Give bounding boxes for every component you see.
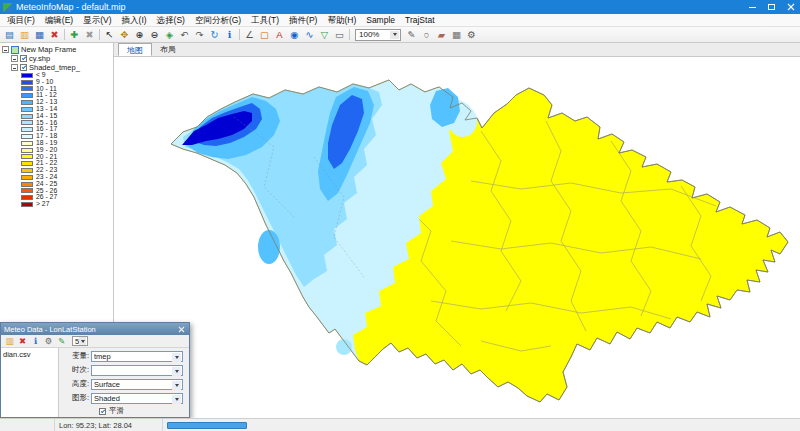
legend-swatch [21, 161, 33, 166]
edit-pencil-icon[interactable]: ✎ [404, 28, 419, 41]
dialog-form: 变量: tmep 时次: 高度: Surface [59, 348, 189, 417]
legend-swatch [21, 134, 33, 139]
menu-edit[interactable]: 编辑(E) [40, 14, 78, 26]
map-canvas[interactable] [114, 57, 800, 418]
legend-swatch [21, 127, 33, 132]
legend-entry[interactable]: < 9 [0, 72, 113, 79]
draw-map-icon[interactable]: ✎ [55, 336, 68, 347]
expander-icon[interactable] [11, 55, 18, 62]
zoom-in-icon[interactable]: ⊕ [132, 28, 147, 41]
close-icon [178, 326, 185, 333]
info-icon[interactable]: ℹ [29, 336, 42, 347]
settings-icon[interactable]: ⚙ [42, 336, 55, 347]
minimize-button[interactable] [743, 0, 762, 14]
level-combo[interactable]: Surface [91, 379, 183, 390]
measure-icon[interactable]: ∠ [242, 28, 257, 41]
tab-map[interactable]: 地图 [118, 43, 152, 56]
legend-swatch [21, 107, 33, 112]
graphic-type-combo[interactable]: Shaded [91, 393, 183, 404]
close-project-icon[interactable]: ✖ [47, 28, 62, 41]
layer-checkbox[interactable] [20, 64, 27, 71]
menu-insert[interactable]: 插入(I) [117, 14, 152, 26]
map-frame-node[interactable]: New Map Frame [0, 45, 113, 54]
new-project-icon[interactable]: ▤ [2, 28, 17, 41]
save-project-icon[interactable]: ▦ [32, 28, 47, 41]
zoom-out-icon[interactable]: ⊖ [147, 28, 162, 41]
expander-icon[interactable] [11, 64, 18, 71]
dialog-close-button[interactable] [175, 324, 188, 334]
layer-node-cyshp[interactable]: cy.shp [0, 54, 113, 63]
menu-tools[interactable]: 工具(T) [246, 14, 284, 26]
app-window: MeteoInfoMap - default.mip 项目(F) 编辑(E) 显… [0, 0, 800, 431]
map-frame-icon [11, 46, 19, 54]
chevron-down-icon[interactable] [172, 381, 181, 390]
add-layer-icon[interactable]: ✚ [67, 28, 82, 41]
pan-icon[interactable]: ✥ [117, 28, 132, 41]
menu-spatial-analysis[interactable]: 空间分析(G) [190, 14, 246, 26]
menu-selection[interactable]: 选择(S) [152, 14, 190, 26]
legend-swatch [21, 80, 33, 85]
open-file-icon[interactable]: ▥ [3, 336, 16, 347]
select-arrow-icon[interactable]: ↖ [102, 28, 117, 41]
dialog-titlebar[interactable]: Meteo Data - LonLatStation [1, 323, 189, 335]
toolbar-separator [349, 29, 350, 40]
identify-icon[interactable]: ℹ [222, 28, 237, 41]
window-controls [743, 0, 800, 14]
eraser-icon[interactable]: ▰ [434, 28, 449, 41]
layer-checkbox[interactable] [20, 55, 27, 62]
menu-plugins[interactable]: 插件(P) [284, 14, 322, 26]
chevron-down-icon[interactable] [390, 31, 399, 39]
select-feature-icon[interactable]: ▢ [257, 28, 272, 41]
map-frame-label: New Map Frame [21, 45, 76, 54]
expander-icon[interactable] [2, 46, 9, 53]
draw-circle-icon[interactable]: ○ [419, 28, 434, 41]
chevron-down-icon[interactable] [172, 395, 181, 404]
remove-data-icon[interactable]: ✖ [16, 336, 29, 347]
legend-entry[interactable]: > 27 [0, 201, 113, 208]
layer-node-shaded[interactable]: Shaded_tmep_ [0, 63, 113, 72]
variable-combo[interactable]: tmep [91, 351, 183, 362]
chevron-down-icon[interactable] [172, 367, 181, 376]
draw-polygon-icon[interactable]: ▽ [317, 28, 332, 41]
zoom-previous-icon[interactable]: ↶ [177, 28, 192, 41]
menu-help[interactable]: 帮助(H) [322, 14, 361, 26]
maximize-button[interactable] [762, 0, 781, 14]
refresh-icon[interactable]: ↻ [207, 28, 222, 41]
remove-layer-icon[interactable]: ✖ [82, 28, 97, 41]
chevron-down-icon[interactable] [172, 353, 181, 362]
combo-value: Surface [94, 380, 120, 389]
full-extent-icon[interactable]: ◈ [162, 28, 177, 41]
grid-icon[interactable]: ▦ [449, 28, 464, 41]
data-file-list[interactable]: dian.csv [1, 348, 59, 417]
dialog-body: dian.csv 变量: tmep 时次: [1, 348, 189, 417]
draw-rectangle-icon[interactable]: ▭ [332, 28, 347, 41]
app-icon [3, 3, 12, 12]
tab-layout[interactable]: 布局 [152, 43, 184, 56]
draw-point-icon[interactable]: ◉ [287, 28, 302, 41]
smooth-option[interactable]: 平滑 [99, 406, 124, 416]
legend-entry[interactable]: 26 - 27 [0, 194, 113, 201]
close-button[interactable] [781, 0, 800, 14]
menu-trajstat[interactable]: TrajStat [400, 14, 439, 26]
legend-swatch [21, 86, 33, 91]
smooth-checkbox[interactable] [99, 408, 106, 415]
time-combo[interactable] [91, 365, 183, 376]
chevron-down-icon[interactable] [79, 337, 86, 345]
legend-swatch [21, 182, 33, 187]
field-level: 高度: Surface [59, 378, 189, 390]
open-project-icon[interactable]: ▥ [17, 28, 32, 41]
zoom-next-icon[interactable]: ↷ [192, 28, 207, 41]
menu-view[interactable]: 显示(V) [78, 14, 116, 26]
data-file-item[interactable]: dian.csv [3, 350, 31, 359]
legend-swatch [21, 93, 33, 98]
settings-gear-icon[interactable]: ⚙ [464, 28, 479, 41]
point-density-spinner[interactable]: 5 [72, 336, 88, 346]
zoom-level-value: 100% [359, 30, 379, 39]
menu-project[interactable]: 项目(F) [2, 14, 40, 26]
dialog-title: Meteo Data - LonLatStation [4, 325, 96, 334]
draw-polyline-icon[interactable]: ∿ [302, 28, 317, 41]
zoom-level-combo[interactable]: 100% [355, 29, 401, 41]
menu-sample[interactable]: Sample [361, 14, 400, 26]
map-tabbar: 地图 布局 [114, 43, 800, 57]
label-icon[interactable]: A [272, 28, 287, 41]
